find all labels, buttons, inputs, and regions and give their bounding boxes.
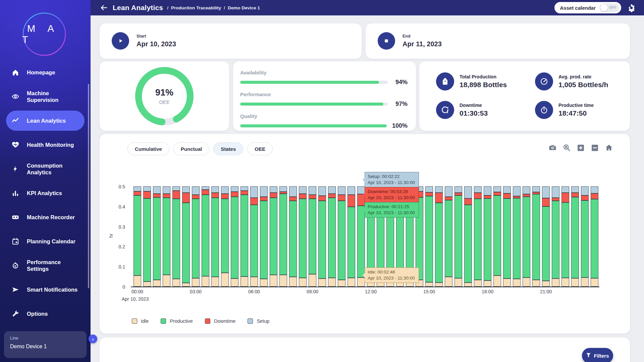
bar-5-productive-segment[interactable] — [182, 203, 190, 283]
bar-9-productive-segment[interactable] — [221, 199, 229, 273]
stacked-bar-47[interactable] — [591, 186, 598, 287]
bar-23-productive-segment[interactable] — [357, 206, 365, 277]
stacked-bar-36[interactable] — [484, 186, 491, 287]
stacked-bar-38[interactable] — [503, 186, 511, 287]
stacked-bar-32[interactable] — [445, 186, 452, 287]
bar-11-setup-segment[interactable] — [240, 186, 248, 191]
bar-0-setup-segment[interactable] — [133, 186, 141, 191]
bar-9-downtime-segment[interactable] — [221, 194, 229, 199]
line-asset-card[interactable]: Line Demo Device 1 — [4, 331, 87, 358]
stacked-bar-42[interactable] — [542, 186, 550, 287]
stacked-bar-41[interactable] — [532, 186, 540, 287]
bar-12-productive-segment[interactable] — [250, 205, 258, 277]
bar-8-idle-segment[interactable] — [211, 277, 219, 287]
stacked-bar-3[interactable] — [163, 186, 170, 287]
bar-6-productive-segment[interactable] — [192, 199, 200, 278]
bar-47-setup-segment[interactable] — [591, 186, 598, 193]
stacked-bar-46[interactable] — [581, 186, 589, 287]
bar-38-downtime-segment[interactable] — [503, 193, 511, 198]
bar-13-productive-segment[interactable] — [260, 201, 268, 279]
bar-19-productive-segment[interactable] — [318, 201, 326, 279]
bar-19-setup-segment[interactable] — [318, 186, 326, 196]
bar-20-idle-segment[interactable] — [328, 278, 336, 287]
bar-2-setup-segment[interactable] — [153, 186, 161, 194]
stacked-bar-19[interactable] — [318, 186, 326, 287]
bar-35-idle-segment[interactable] — [474, 280, 482, 287]
camera-icon[interactable] — [548, 143, 557, 152]
filters-button[interactable]: Filters — [582, 348, 613, 362]
stacked-bar-22[interactable] — [347, 186, 355, 287]
bar-7-downtime-segment[interactable] — [202, 190, 209, 195]
bar-33-productive-segment[interactable] — [454, 195, 462, 278]
bar-40-setup-segment[interactable] — [523, 186, 530, 194]
bar-36-setup-segment[interactable] — [484, 186, 491, 195]
stacked-bar-44[interactable] — [561, 186, 569, 287]
bar-15-productive-segment[interactable] — [279, 194, 287, 275]
bar-4-setup-segment[interactable] — [172, 186, 180, 191]
bar-31-downtime-segment[interactable] — [435, 193, 443, 203]
stacked-bar-34[interactable] — [464, 186, 472, 287]
bar-31-setup-segment[interactable] — [435, 186, 443, 193]
bar-17-setup-segment[interactable] — [299, 186, 307, 194]
bar-45-downtime-segment[interactable] — [571, 193, 579, 197]
bar-14-idle-segment[interactable] — [270, 275, 277, 287]
zoom-icon[interactable] — [562, 143, 571, 152]
legend-item-downtime[interactable]: Downtime — [205, 318, 235, 324]
bar-21-downtime-segment[interactable] — [338, 195, 345, 201]
bar-35-setup-segment[interactable] — [474, 186, 482, 193]
stacked-bar-31[interactable] — [435, 186, 443, 287]
bar-19-idle-segment[interactable] — [318, 279, 326, 287]
bar-20-downtime-segment[interactable] — [328, 194, 336, 198]
bar-6-setup-segment[interactable] — [192, 186, 200, 195]
bar-33-setup-segment[interactable] — [454, 186, 462, 193]
bar-44-productive-segment[interactable] — [561, 202, 569, 278]
bar-47-downtime-segment[interactable] — [591, 193, 598, 199]
bar-15-setup-segment[interactable] — [279, 186, 287, 192]
stacked-bar-9[interactable] — [221, 186, 229, 287]
bar-41-setup-segment[interactable] — [532, 186, 540, 192]
bar-11-idle-segment[interactable] — [240, 277, 248, 287]
stacked-bar-5[interactable] — [182, 186, 190, 287]
bar-38-idle-segment[interactable] — [503, 279, 511, 287]
bar-42-idle-segment[interactable] — [542, 281, 550, 287]
stacked-bar-2[interactable] — [153, 186, 161, 287]
bar-16-downtime-segment[interactable] — [289, 197, 297, 201]
bar-47-idle-segment[interactable] — [591, 278, 598, 287]
bar-46-productive-segment[interactable] — [581, 200, 589, 278]
stacked-bar-20[interactable] — [328, 186, 336, 287]
bar-22-setup-segment[interactable] — [347, 186, 355, 195]
bar-36-idle-segment[interactable] — [484, 281, 491, 287]
bar-40-downtime-segment[interactable] — [523, 194, 530, 197]
bar-30-setup-segment[interactable] — [425, 186, 433, 192]
bar-34-setup-segment[interactable] — [464, 186, 472, 198]
bar-14-productive-segment[interactable] — [270, 198, 277, 275]
bar-44-idle-segment[interactable] — [561, 278, 569, 287]
stacked-bar-21[interactable] — [338, 186, 345, 287]
stacked-bar-18[interactable] — [309, 186, 316, 287]
asset-calendar-toggle-pill[interactable]: Asset calendar OFF — [554, 2, 621, 13]
bar-22-downtime-segment[interactable] — [347, 195, 355, 207]
bar-43-downtime-segment[interactable] — [552, 198, 559, 201]
bar-8-downtime-segment[interactable] — [211, 193, 219, 198]
bar-41-productive-segment[interactable] — [532, 194, 540, 280]
bar-20-setup-segment[interactable] — [328, 186, 336, 194]
legend-item-setup[interactable]: Setup — [248, 318, 269, 324]
bar-2-productive-segment[interactable] — [153, 197, 161, 280]
stacked-bar-17[interactable] — [299, 186, 307, 287]
tab-cumulative[interactable]: Cumulative — [127, 142, 169, 155]
bar-10-productive-segment[interactable] — [231, 197, 238, 279]
sidebar-item-machine-recorder[interactable]: Machine Recorder — [0, 205, 91, 229]
bar-32-setup-segment[interactable] — [445, 186, 452, 197]
bar-5-idle-segment[interactable] — [182, 283, 190, 287]
sidebar-item-lean-analytics[interactable]: Lean Analytics — [6, 111, 85, 131]
bar-42-downtime-segment[interactable] — [542, 198, 550, 206]
bar-17-idle-segment[interactable] — [299, 278, 307, 287]
bar-45-idle-segment[interactable] — [571, 278, 579, 287]
bar-1-setup-segment[interactable] — [143, 186, 151, 191]
zoom-out-icon[interactable] — [591, 143, 599, 152]
bar-6-downtime-segment[interactable] — [192, 195, 200, 199]
tab-punctual[interactable]: Punctual — [173, 142, 209, 155]
bar-35-productive-segment[interactable] — [474, 199, 482, 280]
bar-0-productive-segment[interactable] — [133, 195, 141, 276]
bar-4-productive-segment[interactable] — [172, 199, 180, 279]
